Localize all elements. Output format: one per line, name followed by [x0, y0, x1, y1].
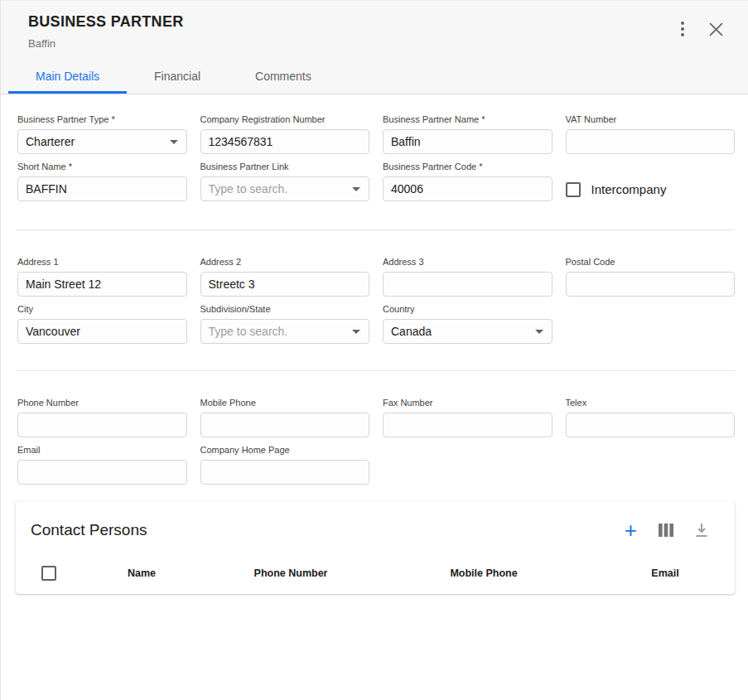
- field-company-home-page: Company Home Page: [200, 445, 370, 485]
- subdivision-state-select[interactable]: [200, 319, 370, 344]
- company-home-page-input[interactable]: [200, 460, 370, 485]
- contact-persons-title: Contact Persons: [31, 521, 147, 539]
- tab-bar: Main Details Financial Comments: [1, 60, 748, 94]
- subdivision-state-label: Subdivision/State: [200, 304, 370, 314]
- contact-info-section: Phone Number Mobile Phone Fax Number Tel…: [1, 371, 748, 501]
- address-section: Address 1 Address 2 Address 3 Postal Cod…: [1, 230, 748, 370]
- address-1-input[interactable]: [17, 272, 187, 297]
- contact-persons-table-header: Name Phone Number Mobile Phone Email: [16, 553, 735, 594]
- column-header-email: Email: [594, 567, 736, 579]
- field-postal-code: Postal Code: [566, 257, 736, 297]
- tab-comments[interactable]: Comments: [228, 60, 339, 94]
- close-icon[interactable]: [707, 21, 725, 38]
- chevron-down-icon: [170, 140, 178, 144]
- tab-financial[interactable]: Financial: [127, 60, 228, 94]
- phone-number-label: Phone Number: [17, 398, 187, 408]
- tab-main-details[interactable]: Main Details: [8, 60, 127, 94]
- telex-label: Telex: [566, 398, 736, 408]
- email-label: Email: [17, 445, 187, 455]
- columns-icon[interactable]: [657, 522, 675, 538]
- address-1-label: Address 1: [17, 257, 187, 267]
- field-address-2: Address 2: [200, 257, 370, 297]
- column-header-mobile-phone: Mobile Phone: [374, 567, 594, 579]
- field-company-registration-number: Company Registration Number: [200, 114, 370, 154]
- business-partner-dialog: BUSINESS PARTNER Baffin Main Details Fin…: [0, 0, 748, 700]
- contact-persons-actions: +: [623, 521, 710, 539]
- chevron-down-icon: [535, 330, 543, 334]
- address-3-label: Address 3: [383, 257, 553, 267]
- address-2-label: Address 2: [200, 257, 370, 267]
- vat-number-input[interactable]: [566, 129, 736, 154]
- kebab-menu-icon[interactable]: [679, 20, 686, 38]
- header-top: BUSINESS PARTNER Baffin: [1, 13, 748, 50]
- field-fax-number: Fax Number: [383, 398, 553, 437]
- city-input[interactable]: [17, 319, 187, 344]
- country-select[interactable]: [383, 319, 553, 344]
- page-subtitle: Baffin: [28, 37, 184, 50]
- field-address-3: Address 3: [383, 257, 553, 297]
- field-phone-number: Phone Number: [17, 398, 187, 437]
- field-intercompany: Intercompany: [566, 162, 736, 201]
- postal-code-input[interactable]: [566, 272, 736, 297]
- column-header-name: Name: [75, 567, 208, 579]
- business-partner-code-input[interactable]: [383, 176, 553, 201]
- chevron-down-icon: [352, 330, 360, 334]
- subdivision-state-input[interactable]: [200, 319, 370, 344]
- business-partner-link-select[interactable]: [200, 176, 370, 201]
- company-home-page-label: Company Home Page: [200, 445, 370, 455]
- field-mobile-phone: Mobile Phone: [200, 398, 370, 437]
- business-partner-type-select[interactable]: [17, 129, 187, 154]
- contact-persons-header: Contact Persons +: [16, 521, 735, 539]
- business-partner-type-value[interactable]: [17, 129, 187, 154]
- field-subdivision-state: Subdivision/State: [200, 304, 370, 344]
- fax-number-input[interactable]: [383, 413, 553, 437]
- field-short-name: Short Name *: [17, 162, 187, 201]
- add-contact-button[interactable]: +: [623, 522, 639, 538]
- field-email: Email: [17, 445, 187, 485]
- identity-section: Business Partner Type * Company Registra…: [1, 94, 748, 229]
- dialog-header: BUSINESS PARTNER Baffin Main Details Fin…: [1, 1, 748, 94]
- address-2-input[interactable]: [200, 272, 370, 297]
- field-business-partner-type: Business Partner Type *: [17, 114, 187, 154]
- select-all-checkbox[interactable]: [41, 566, 56, 581]
- field-city: City: [17, 304, 187, 344]
- field-address-1: Address 1: [17, 257, 187, 297]
- field-country: Country: [383, 304, 553, 344]
- mobile-phone-input[interactable]: [200, 413, 370, 437]
- country-label: Country: [383, 304, 553, 314]
- business-partner-name-label: Business Partner Name *: [383, 114, 553, 124]
- company-registration-number-input[interactable]: [200, 129, 370, 154]
- telex-input[interactable]: [566, 413, 736, 437]
- postal-code-label: Postal Code: [566, 257, 736, 267]
- company-registration-number-label: Company Registration Number: [200, 114, 370, 124]
- field-telex: Telex: [566, 398, 736, 437]
- business-partner-name-input[interactable]: [383, 129, 553, 154]
- contact-persons-card: Contact Persons + Name Phone Number Mobi…: [16, 501, 735, 594]
- business-partner-type-label: Business Partner Type *: [17, 114, 187, 124]
- intercompany-checkbox[interactable]: [566, 182, 581, 197]
- phone-number-input[interactable]: [17, 413, 187, 437]
- intercompany-checkbox-row[interactable]: Intercompany: [566, 182, 667, 197]
- business-partner-link-input[interactable]: [200, 176, 370, 201]
- fax-number-label: Fax Number: [383, 398, 553, 408]
- intercompany-label: Intercompany: [591, 182, 667, 196]
- page-title: BUSINESS PARTNER: [28, 13, 184, 31]
- chevron-down-icon: [352, 187, 360, 191]
- download-icon[interactable]: [693, 521, 710, 539]
- email-input[interactable]: [17, 460, 187, 485]
- business-partner-link-label: Business Partner Link: [200, 162, 370, 171]
- address-3-input[interactable]: [383, 272, 553, 297]
- select-all-cell: [16, 566, 75, 581]
- business-partner-code-label: Business Partner Code *: [383, 162, 553, 171]
- field-business-partner-link: Business Partner Link: [200, 162, 370, 201]
- header-actions: [679, 20, 725, 38]
- country-value[interactable]: [383, 319, 553, 344]
- short-name-input[interactable]: [17, 176, 187, 201]
- column-header-phone-number: Phone Number: [208, 567, 374, 579]
- field-business-partner-name: Business Partner Name *: [383, 114, 553, 154]
- city-label: City: [17, 304, 187, 314]
- field-vat-number: VAT Number: [566, 114, 736, 154]
- vat-number-label: VAT Number: [566, 114, 736, 124]
- short-name-label: Short Name *: [17, 162, 187, 171]
- mobile-phone-label: Mobile Phone: [200, 398, 370, 408]
